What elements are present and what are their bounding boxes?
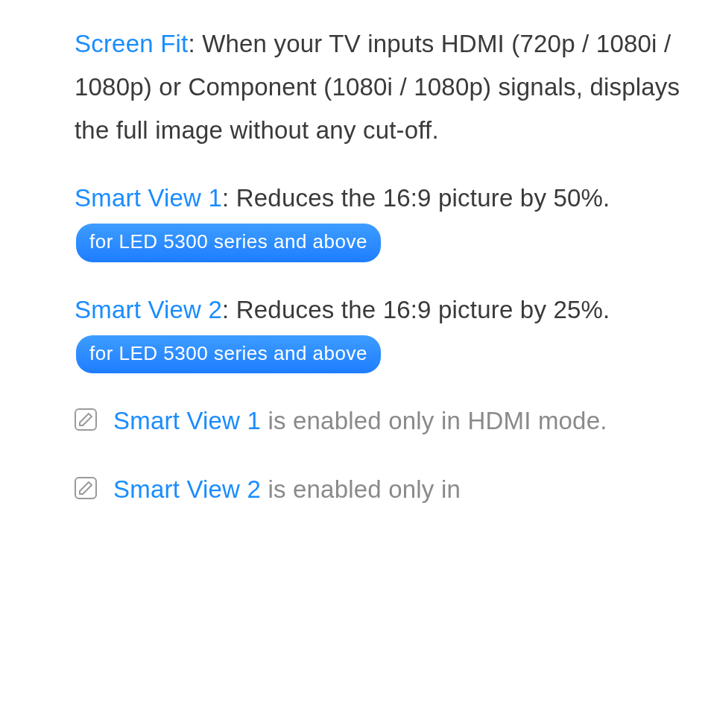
term-label: Smart View 2 [75,296,222,323]
model-badge: for LED 5300 series and above [76,224,381,262]
term-description: : Reduces the 16:9 picture by 50%. [222,184,610,212]
term-label: Smart View 1 [75,184,222,212]
note-text: is enabled only in [261,475,461,503]
note-text: is enabled only in HDMI mode. [261,407,607,434]
definition-entry: Screen Fit: When your TV inputs HDMI (72… [75,22,681,151]
note-item: Smart View 2 is enabled only in [75,468,681,511]
note-item: Smart View 1 is enabled only in HDMI mod… [75,399,681,443]
term-description: : Reduces the 16:9 picture by 25%. [222,296,610,323]
manual-page: Screen Fit: When your TV inputs HDMI (72… [0,0,711,728]
note-icon [75,408,97,431]
definition-entry: Smart View 1: Reduces the 16:9 picture b… [75,177,681,263]
model-badge: for LED 5300 series and above [76,335,381,374]
note-term: Smart View 1 [113,407,261,434]
note-icon [75,477,97,499]
definition-entry: Smart View 2: Reduces the 16:9 picture b… [75,288,681,375]
term-label: Screen Fit [75,30,188,57]
note-term: Smart View 2 [113,475,261,503]
